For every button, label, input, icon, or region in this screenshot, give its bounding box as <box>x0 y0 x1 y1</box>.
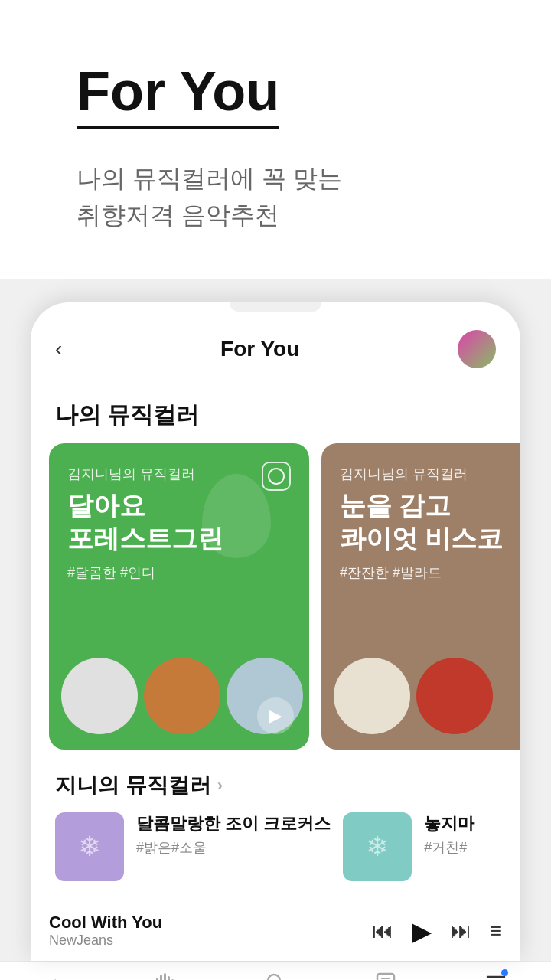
thumb-icon-2: ❄ <box>343 812 412 881</box>
card-thumbnails-2 <box>334 658 520 734</box>
mini-song-title: Cool With You <box>49 913 360 933</box>
jini-list-item: ❄ 달콤말랑한 조이 크로커스 #밝은#소울 <box>55 812 331 881</box>
phone-wrapper: ‹ For You 나의 뮤직컬러 김지니님의 뮤직컬러 달아요 포레스트그린 <box>0 279 551 961</box>
instagram-icon[interactable] <box>262 462 291 491</box>
top-section: For You 나의 뮤직컬러에 꼭 맞는 취향저격 음악추천 <box>0 0 551 279</box>
next-button[interactable]: ⏭ <box>450 918 471 943</box>
album-thumb-2 <box>144 658 220 734</box>
phone-header-title: For You <box>220 337 299 361</box>
playlist-button[interactable]: ≡ <box>490 919 502 943</box>
mini-player-info: Cool With You NewJeans <box>49 913 360 949</box>
play-button[interactable]: ▶ <box>412 916 432 946</box>
player-controls: ⏮ ▶ ⏭ ≡ <box>372 916 502 946</box>
jini-song-1: 달콤말랑한 조이 크로커스 <box>136 812 331 835</box>
my-music-color-label: 나의 뮤직컬러 <box>31 381 520 443</box>
jini-thumb-1: ❄ <box>55 812 124 881</box>
thumb-icon-1: ❄ <box>55 812 124 881</box>
page-title: For You <box>77 61 279 129</box>
svg-point-5 <box>268 975 280 980</box>
jini-list: ❄ 달콤말랑한 조이 크로커스 #밝은#소울 ❄ 놓지마 <box>55 800 496 887</box>
nav-item-home[interactable]: ⌂ 홈 <box>17 971 93 980</box>
my-music-icon <box>375 971 396 980</box>
home-icon: ⌂ <box>47 971 62 980</box>
svg-rect-2 <box>164 973 166 980</box>
card-tags: #달콤한 #인디 <box>67 564 291 582</box>
nav-item-my-music[interactable]: 내음악 <box>347 971 424 980</box>
card-label-2: 김지니님의 뮤직컬러 <box>340 465 520 483</box>
mini-player: Cool With You NewJeans ⏮ ▶ ⏭ ≡ <box>31 900 520 961</box>
audio-icon <box>155 971 176 980</box>
jini-title: 지니의 뮤직컬러 › <box>55 771 496 800</box>
card-tags-2: #잔잔한 #발라드 <box>340 564 520 582</box>
phone-inner: ‹ For You 나의 뮤직컬러 김지니님의 뮤직컬러 달아요 포레스트그린 <box>31 312 520 961</box>
bottom-navigation: ⌂ 홈 오디오 검색 <box>0 961 551 980</box>
album-thumb-4 <box>334 658 410 734</box>
cards-row: 김지니님의 뮤직컬러 달아요 포레스트그린 #달콤한 #인디 ▶ 김지 <box>31 443 520 750</box>
card-decoration <box>202 474 271 558</box>
card-title-2: 눈을 감고 콰이엇 비스코 <box>340 489 520 554</box>
phone-mockup: ‹ For You 나의 뮤직컬러 김지니님의 뮤직컬러 달아요 포레스트그린 <box>31 302 520 961</box>
brown-music-card[interactable]: 김지니님의 뮤직컬러 눈을 감고 콰이엇 비스코 #잔잔한 #발라드 <box>321 443 520 750</box>
card-label: 김지니님의 뮤직컬러 <box>67 465 291 483</box>
back-button[interactable]: ‹ <box>55 337 62 361</box>
jini-list-item-2: ❄ 놓지마 #거친# <box>343 812 496 881</box>
jini-thumb-2: ❄ <box>343 812 412 881</box>
phone-header: ‹ For You <box>31 312 520 381</box>
svg-rect-3 <box>168 976 170 980</box>
avatar[interactable] <box>458 330 496 368</box>
album-thumb-1 <box>61 658 138 734</box>
nav-item-search[interactable]: 검색 <box>237 971 314 980</box>
jini-tag-2: #거친# <box>424 838 496 857</box>
search-icon <box>265 971 286 980</box>
menu-dot-badge <box>501 969 508 976</box>
jini-info-1: 달콤말랑한 조이 크로커스 #밝은#소울 <box>136 812 331 857</box>
nav-item-all-menu[interactable]: 전체메뉴 <box>458 971 534 980</box>
jini-section: 지니의 뮤직컬러 › ❄ 달콤말랑한 조이 크로커스 #밝은#소울 <box>31 750 520 900</box>
nav-item-audio[interactable]: 오디오 <box>127 971 204 980</box>
play-overlay[interactable]: ▶ <box>257 697 294 734</box>
chevron-right-icon[interactable]: › <box>217 776 223 795</box>
phone-notch <box>230 302 321 312</box>
mini-artist-name: NewJeans <box>49 933 360 949</box>
page-subtitle: 나의 뮤직컬러에 꼭 맞는 취향저격 음악추천 <box>77 160 474 234</box>
svg-rect-1 <box>160 975 162 980</box>
jini-info-2: 놓지마 #거친# <box>424 812 496 857</box>
all-menu-icon <box>485 971 507 980</box>
album-thumb-5 <box>416 658 493 734</box>
green-music-card[interactable]: 김지니님의 뮤직컬러 달아요 포레스트그린 #달콤한 #인디 ▶ <box>49 443 309 750</box>
prev-button[interactable]: ⏮ <box>372 918 393 943</box>
jini-song-2: 놓지마 <box>424 812 496 835</box>
jini-tag-1: #밝은#소울 <box>136 838 331 857</box>
